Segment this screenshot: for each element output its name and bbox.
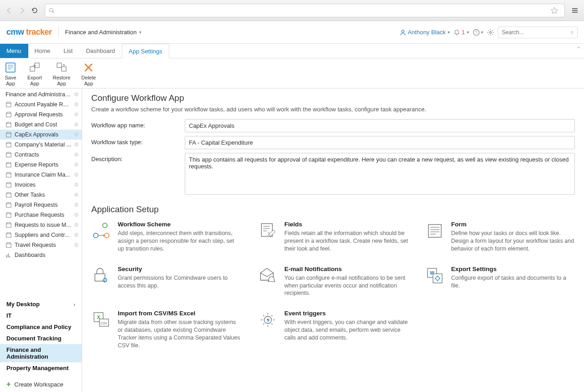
envelope-icon bbox=[258, 266, 278, 286]
input-task-type[interactable] bbox=[185, 136, 575, 149]
workspace-item[interactable]: Finance and Administration bbox=[0, 344, 82, 362]
create-workspace-button[interactable]: + Create Workspace bbox=[0, 376, 82, 392]
back-button[interactable] bbox=[4, 5, 15, 16]
restore-app-button[interactable]: RestoreApp bbox=[53, 61, 71, 86]
gear-icon[interactable]: ⚙ bbox=[74, 202, 79, 208]
box-icon bbox=[5, 111, 12, 118]
sidebar-item[interactable]: Invoices⚙ bbox=[0, 180, 82, 190]
svg-line-10 bbox=[573, 33, 574, 34]
tab-home[interactable]: Home bbox=[28, 44, 57, 58]
box-icon bbox=[5, 202, 12, 208]
sidebar-root[interactable]: Finance and Administrati... ⚙ bbox=[0, 89, 82, 99]
gear-icon[interactable]: ⚙ bbox=[74, 212, 79, 218]
sidebar-item[interactable]: Travel Requests⚙ bbox=[0, 240, 82, 250]
gear-icon[interactable]: ⚙ bbox=[74, 242, 79, 248]
svg-rect-17 bbox=[57, 63, 62, 68]
workspace-item[interactable]: IT bbox=[0, 310, 82, 321]
gear-icon[interactable]: ⚙ bbox=[74, 162, 79, 168]
save-app-button[interactable]: SaveApp bbox=[5, 61, 16, 86]
label-app-name: Workflow app name: bbox=[91, 119, 185, 129]
sidebar-item[interactable]: Approval Requests⚙ bbox=[0, 110, 82, 120]
url-bar[interactable] bbox=[45, 4, 565, 17]
delete-app-button[interactable]: DeleteApp bbox=[81, 61, 96, 86]
gear-icon[interactable]: ⚙ bbox=[74, 152, 79, 158]
setup-form[interactable]: FormDefine how your tasks or docs will l… bbox=[425, 221, 575, 253]
sidebar-item[interactable]: Purchase Requests⚙ bbox=[0, 210, 82, 220]
setup-triggers[interactable]: Event triggersWith event triggers, you c… bbox=[258, 310, 408, 350]
export-app-button[interactable]: ExportApp bbox=[27, 61, 42, 86]
svg-rect-30 bbox=[6, 193, 11, 197]
svg-rect-47 bbox=[428, 225, 441, 237]
page-subtitle: Create a workflow scheme for your workfl… bbox=[91, 106, 575, 113]
page-title: Configure Workflow App bbox=[91, 93, 575, 103]
reload-button[interactable] bbox=[29, 5, 40, 16]
sidebar-item[interactable]: Insurance Claim Ma...⚙ bbox=[0, 170, 82, 180]
gear-icon[interactable]: ⚙ bbox=[74, 182, 79, 188]
workspace-item[interactable]: My Desktop› bbox=[0, 298, 82, 310]
setup-import[interactable]: XCSV Import from CSV/MS ExcelMigrate dat… bbox=[91, 310, 241, 350]
tab-menu[interactable]: Menu bbox=[0, 44, 28, 58]
collapse-ribbon-button[interactable]: ⌃ bbox=[576, 46, 581, 52]
setup-fields[interactable]: FieldsFields retain all the information … bbox=[258, 221, 408, 253]
setup-export[interactable]: W Export SettingsConfigure export of tas… bbox=[425, 266, 575, 298]
box-icon bbox=[5, 192, 12, 198]
tab-list[interactable]: List bbox=[57, 44, 79, 58]
svg-rect-25 bbox=[6, 143, 11, 147]
trigger-icon bbox=[258, 310, 278, 330]
setup-workflow-scheme[interactable]: Workflow SchemeAdd steps, interconnect t… bbox=[91, 221, 241, 253]
svg-point-41 bbox=[104, 233, 109, 238]
gear-icon[interactable]: ⚙ bbox=[74, 131, 79, 138]
svg-point-0 bbox=[50, 8, 53, 12]
input-app-name[interactable] bbox=[185, 119, 575, 132]
setup-email[interactable]: E-mail NotificationsYou can configure e-… bbox=[258, 266, 408, 298]
sidebar-item[interactable]: Requests to issue M...⚙ bbox=[0, 220, 82, 230]
gear-icon[interactable]: ⚙ bbox=[74, 111, 79, 118]
box-icon bbox=[5, 242, 12, 248]
svg-point-5 bbox=[402, 30, 404, 32]
hamburger-button[interactable] bbox=[569, 5, 580, 16]
gear-icon[interactable]: ⚙ bbox=[74, 121, 79, 128]
section-title-setup: Application Setup bbox=[91, 204, 575, 214]
gear-icon[interactable]: ⚙ bbox=[74, 141, 79, 148]
svg-rect-24 bbox=[6, 133, 11, 137]
search-input[interactable] bbox=[502, 29, 570, 36]
sidebar-item[interactable]: Company's Material ...⚙ bbox=[0, 140, 82, 150]
sidebar-item[interactable]: Suppliers and Contr...⚙ bbox=[0, 230, 82, 240]
gear-icon[interactable]: ⚙ bbox=[74, 91, 79, 98]
sidebar-item[interactable]: Contracts⚙ bbox=[0, 150, 82, 160]
sidebar-item-dashboards[interactable]: Dashboards bbox=[0, 250, 82, 260]
box-icon bbox=[5, 212, 12, 218]
sidebar-item[interactable]: Account Payable Req...⚙ bbox=[0, 99, 82, 110]
logo: cmw tracker bbox=[6, 27, 52, 37]
workspace-item[interactable]: Property Management bbox=[0, 362, 82, 374]
gear-icon[interactable]: ⚙ bbox=[74, 172, 79, 178]
bookmark-icon[interactable] bbox=[551, 7, 561, 14]
gear-icon[interactable]: ⚙ bbox=[74, 222, 79, 228]
sidebar-item[interactable]: Payroll Requests⚙ bbox=[0, 200, 82, 210]
current-user[interactable]: Anthony Black ▾ bbox=[400, 29, 450, 36]
workspace-item[interactable]: Document Tracking bbox=[0, 333, 82, 344]
tab-dashboard[interactable]: Dashboard bbox=[79, 44, 122, 58]
input-description[interactable]: This app contains all requests for appro… bbox=[185, 153, 575, 195]
notifications-button[interactable]: 1 ▾ bbox=[454, 29, 469, 36]
sidebar-item[interactable]: Expense Reports⚙ bbox=[0, 160, 82, 170]
search-box[interactable] bbox=[498, 26, 578, 38]
forward-button[interactable] bbox=[16, 5, 27, 16]
gear-icon[interactable]: ⚙ bbox=[74, 192, 79, 198]
close-icon bbox=[83, 63, 94, 73]
workspace-item[interactable]: Compliance and Policy bbox=[0, 321, 82, 333]
sidebar-item[interactable]: Budget and Cost⚙ bbox=[0, 120, 82, 130]
setup-security[interactable]: SecurityGrant permissions for Comindware… bbox=[91, 266, 241, 298]
sidebar-item[interactable]: CapEx Approvals⚙ bbox=[0, 130, 82, 140]
help-button[interactable]: ? ▾ bbox=[473, 29, 483, 36]
settings-button[interactable] bbox=[487, 29, 494, 36]
gear-icon[interactable]: ⚙ bbox=[74, 101, 79, 108]
chevron-right-icon: › bbox=[73, 302, 75, 307]
nav-tabs: Menu Home List Dashboard App Settings ⌃ bbox=[0, 44, 584, 58]
workspace-selector[interactable]: Finance and Administration ▾ bbox=[65, 29, 142, 36]
gear-icon[interactable]: ⚙ bbox=[74, 232, 79, 238]
box-icon bbox=[5, 121, 12, 128]
tab-app-settings[interactable]: App Settings bbox=[122, 44, 169, 58]
chevron-down-icon: ▾ bbox=[448, 30, 450, 35]
sidebar-item[interactable]: Other Tasks⚙ bbox=[0, 190, 82, 200]
